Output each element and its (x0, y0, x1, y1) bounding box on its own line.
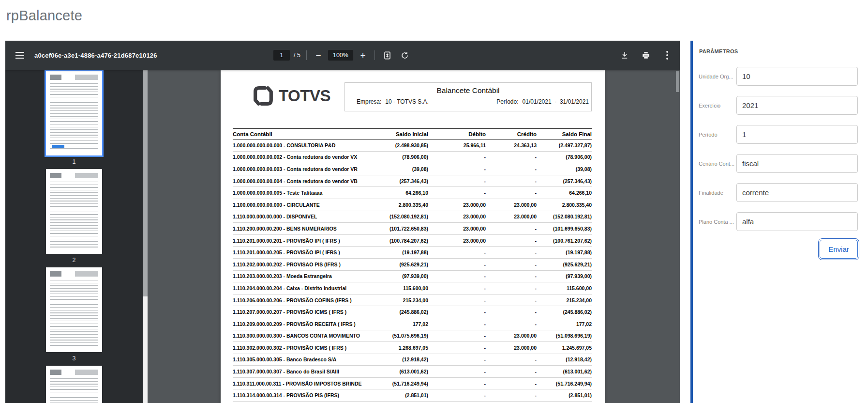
report-company: Empresa:10 - TOTVS S.A. (357, 98, 429, 105)
report-header-meta: Empresa:10 - TOTVS S.A. Período:01/01/20… (345, 98, 591, 105)
thumbnail-page-number: 1 (73, 158, 76, 165)
more-options-button[interactable] (660, 48, 674, 62)
table-cell: - (428, 262, 486, 267)
thumbnail-item[interactable]: 3 (46, 267, 102, 366)
parameter-input[interactable] (736, 212, 858, 231)
table-cell: - (486, 321, 537, 327)
table-cell: (2.497.327,87) (537, 142, 592, 148)
parameter-input[interactable] (736, 96, 858, 115)
toolbar-separator (374, 50, 375, 60)
table-row: 1.110.203.000.00.203 - Moeda Estrangeira… (233, 271, 592, 283)
table-cell: - (486, 226, 537, 232)
sidebar-scrollbar-thumb[interactable] (143, 70, 148, 296)
thumbnail-item[interactable]: 1 (46, 71, 102, 169)
menu-icon[interactable] (13, 48, 27, 62)
table-cell: 1.110.203.000.00.203 - Moeda Estrangeira (233, 273, 370, 279)
sidebar-scrollbar[interactable] (143, 70, 148, 403)
page-thumbnail[interactable] (46, 267, 102, 352)
table-cell: (12.918,42) (537, 356, 592, 362)
table-cell: 23.000,00 (486, 214, 537, 219)
table-row: 1.110.201.000.00.205 - PROVISÃO IPI ( IF… (233, 247, 592, 259)
table-cell: (152.080.192,81) (537, 214, 592, 219)
table-cell: 1.245.697,05 (537, 345, 592, 351)
table-cell: (257.346,43) (537, 178, 592, 184)
table-row: 1.110.204.000.00.204 - Caixa - Distrito … (233, 282, 592, 294)
table-cell: (245.886,02) (537, 309, 592, 315)
parameter-input[interactable] (736, 154, 858, 173)
table-cell: 1.268.697,05 (370, 345, 428, 351)
parameter-field: Plano Conta ... (699, 212, 858, 231)
balance-table: Conta ContábilSaldo InicialDébitoCrédito… (233, 128, 592, 403)
table-cell: - (486, 285, 537, 291)
thumbnail-item[interactable]: 4 (46, 366, 102, 403)
submit-button[interactable]: Enviar (820, 240, 858, 259)
table-cell: 1.110.302.000.00.302 - PROVISÃO ICMS ( I… (233, 345, 370, 351)
parameter-label: Unidade Org... (699, 74, 736, 79)
print-icon (642, 51, 650, 60)
parameter-label: Plano Conta ... (699, 219, 736, 225)
table-row: 1.000.000.000.00.000 - CONSULTORIA P&D(2… (233, 140, 592, 152)
table-cell: 1.110.201.000.00.205 - PROVISÃO IPI ( IF… (233, 249, 370, 255)
page-thumbnail[interactable] (46, 169, 102, 254)
totvs-logo-text: TOTVS (279, 87, 330, 105)
page-count: / 5 (294, 52, 300, 59)
viewer-scrollbar[interactable] (675, 70, 680, 403)
table-cell: - (486, 262, 537, 267)
zoom-in-button[interactable]: + (357, 49, 369, 61)
thumbnail-preview-lines (50, 83, 98, 150)
table-row: 1.000.000.000.00.005 - Teste Talitaaaa64… (233, 187, 592, 199)
table-header-cell: Conta Contábil (233, 131, 370, 137)
table-cell: (78.906,00) (370, 154, 428, 160)
table-header-row: Conta ContábilSaldo InicialDébitoCrédito… (233, 128, 592, 140)
table-row: 1.110.305.000.00.305 - Banco Bradesco S/… (233, 354, 592, 366)
table-row: 1.110.300.000.00.300 - BANCOS CONTA MOVI… (233, 330, 592, 342)
page-thumbnail[interactable] (46, 71, 102, 155)
rotate-icon (400, 51, 409, 60)
table-cell: 1.110.314.000.00.314 - PROVISÃO PIS (IFR… (233, 392, 370, 398)
table-cell: (100.784.207,62) (370, 238, 428, 244)
download-icon (620, 51, 629, 60)
print-button[interactable] (639, 48, 653, 62)
table-row: 1.110.209.000.00.209 - PROVISÃO RECEITA … (233, 318, 592, 330)
fit-page-button[interactable] (381, 48, 394, 62)
table-row: 1.110.314.000.00.314 - PROVISÃO PIS (IFR… (233, 389, 592, 402)
table-cell: - (428, 178, 486, 184)
zoom-out-button[interactable]: − (313, 49, 324, 61)
table-cell: 115.600,00 (370, 285, 428, 291)
viewer-scrollbar-thumb[interactable] (676, 71, 679, 92)
table-cell: 23.000,00 (428, 226, 486, 232)
table-cell: - (428, 356, 486, 362)
thumbnail-item[interactable]: 2 (46, 169, 102, 267)
parameter-input[interactable] (736, 67, 858, 86)
table-row: 1.100.000.000.00.000 - CIRCULANTE2.800.3… (233, 199, 592, 211)
table-row: 1.000.000.000.00.003 - Conta redutora do… (233, 163, 592, 175)
parameters-panel: PARÂMETROS Unidade Org...ExercícioPeríod… (690, 41, 868, 403)
parameter-input[interactable] (736, 183, 858, 202)
parameter-field: Exercício (699, 96, 858, 115)
pdf-viewer: a0cef06e-a3e1-4886-a476-21d687e10126 / 5… (5, 41, 680, 403)
parameter-input[interactable] (736, 125, 858, 144)
page-thumbnail[interactable] (46, 366, 102, 403)
table-cell: (19.197,88) (370, 249, 428, 255)
table-cell: 24.363,13 (486, 142, 537, 148)
table-cell: 177,02 (537, 321, 592, 327)
table-cell: - (486, 297, 537, 303)
table-cell: 1.110.209.000.00.209 - PROVISÃO RECEITA … (233, 321, 370, 327)
table-cell: 1.110.207.000.00.207 - PROVISÃO ICMS ( I… (233, 309, 370, 315)
table-cell: 1.110.204.000.00.204 - Caixa - Distrito … (233, 285, 370, 291)
table-cell: - (486, 381, 537, 387)
table-cell: - (486, 309, 537, 315)
toolbar-center-controls: / 5 − + (273, 41, 412, 70)
table-cell: (257.346,43) (370, 178, 428, 184)
zoom-level-input[interactable] (328, 50, 353, 61)
page-number-input[interactable] (273, 50, 290, 61)
download-button[interactable] (618, 48, 631, 62)
table-cell: - (486, 154, 537, 160)
table-row: 1.110.302.000.00.302 - PROVISÃO ICMS ( I… (233, 342, 592, 354)
table-cell: (101.699.650,83) (537, 226, 592, 232)
rotate-button[interactable] (398, 48, 412, 62)
table-cell: 1.110.000.000.00.000 - DISPONIVEL (233, 214, 370, 219)
table-cell: - (486, 369, 537, 374)
table-cell: 1.110.300.000.00.300 - BANCOS CONTA MOVI… (233, 333, 370, 339)
hamburger-icon (15, 52, 24, 59)
